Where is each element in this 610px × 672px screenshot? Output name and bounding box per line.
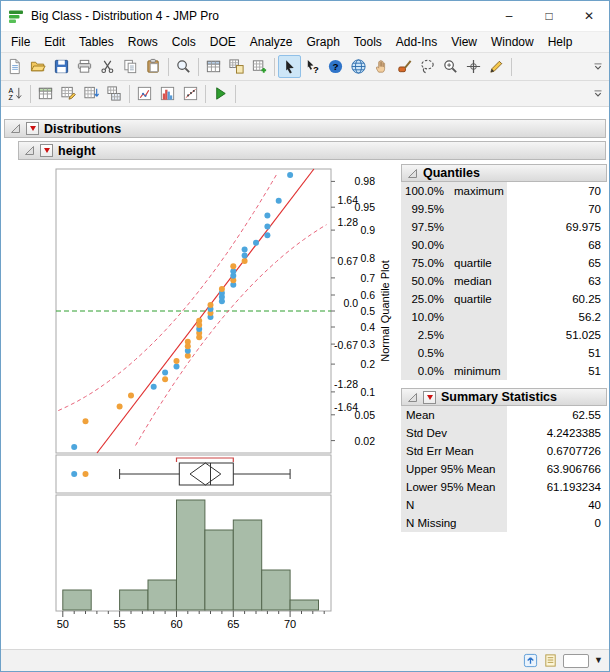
table-stack-button[interactable] [103,82,126,105]
menu-item-help[interactable]: Help [541,33,580,51]
histogram: 5055606570 [56,495,331,630]
globe-tool-button[interactable] [347,55,370,78]
sort-az-button[interactable]: AZ [4,82,27,105]
scroll-up-icon[interactable] [523,653,538,668]
data-table-button[interactable] [202,55,225,78]
menu-item-file[interactable]: File [4,33,37,51]
distribution-plot[interactable]: 0.980.950.90.80.70.60.50.40.30.20.10.050… [19,163,399,631]
cut-button[interactable] [96,55,119,78]
crosshair-tool-button[interactable] [462,55,485,78]
red-triangle-menu-button[interactable] [26,122,39,135]
quantile-value: 60.25 [507,290,607,308]
red-triangle-icon [30,126,36,131]
arrow-tool-button[interactable] [278,55,301,78]
copy-button[interactable] [119,55,142,78]
quantile-percent-label: 50.0% [401,272,447,290]
toolbar-separator [274,58,275,76]
new-journal-button[interactable] [4,55,27,78]
quantiles-row: 50.0%median63 [401,272,607,290]
svg-text:-0.67: -0.67 [334,339,358,351]
quantile-percent-label: 10.0% [401,308,447,326]
svg-text:0.02: 0.02 [355,435,376,447]
brush-tool-button[interactable] [393,55,416,78]
quantiles-row: 90.0%68 [401,236,607,254]
quantile-type-label: maximum [447,182,507,200]
minimize-button[interactable]: – [489,1,529,31]
title-bar: Big Class - Distribution 4 - JMP Pro – □… [1,1,609,31]
red-triangle-icon [44,148,50,153]
add-table-button[interactable] [248,55,271,78]
graph-builder-button[interactable] [133,82,156,105]
disclosure-open-icon[interactable] [407,392,418,403]
quantiles-row: 0.0%minimum51 [401,362,607,380]
menu-item-cols[interactable]: Cols [165,33,203,51]
disclosure-open-icon[interactable] [407,168,418,179]
menu-item-window[interactable]: Window [484,33,541,51]
save-file-button[interactable] [50,55,73,78]
run-script-button[interactable] [209,82,232,105]
disclosure-open-icon[interactable] [10,123,21,134]
statistic-label: N [401,496,507,514]
toolbar-main: ?? [1,53,609,81]
quantile-value: 51 [507,362,607,380]
paste-table-button[interactable] [225,55,248,78]
table-sort-button[interactable] [80,82,103,105]
zoom-region-button[interactable] [172,55,195,78]
new-data-table-button[interactable] [34,82,57,105]
lasso-tool-button[interactable] [416,55,439,78]
toolbar-options-button[interactable] [590,85,606,103]
question-tool-button[interactable]: ? [324,55,347,78]
window-list-box[interactable] [563,654,589,668]
print-button[interactable] [73,55,96,78]
statistic-value: 4.2423385 [507,424,607,442]
quantiles-row: 2.5%51.025 [401,326,607,344]
jmp-window: Big Class - Distribution 4 - JMP Pro – □… [0,0,610,672]
annotate-tool-button[interactable] [485,55,508,78]
quantiles-row: 100.0%maximum70 [401,182,607,200]
quantiles-row: 97.5%69.975 [401,218,607,236]
close-button[interactable]: ✕ [569,1,609,31]
statistic-value: 62.55 [507,406,607,424]
report-area: Distributions height 0.980.950.90.80.70.… [1,107,609,160]
svg-text:0.6: 0.6 [360,289,375,301]
quantile-type-label [447,236,507,254]
fit-icon-button[interactable] [179,82,202,105]
quantiles-row: 0.5%51 [401,344,607,362]
red-triangle-menu-button[interactable] [423,391,436,404]
quantile-value: 69.975 [507,218,607,236]
svg-text:-1.28: -1.28 [334,378,358,390]
grabber-tool-button[interactable] [370,55,393,78]
help-tool-button[interactable]: ? [301,55,324,78]
menu-bar: FileEditTablesRowsColsDOEAnalyzeGraphToo… [1,31,609,53]
status-menu-arrow-icon[interactable]: ▼ [594,656,603,665]
menu-item-tables[interactable]: Tables [72,33,121,51]
journal-status-icon[interactable] [543,653,558,668]
svg-text:65: 65 [227,618,239,630]
quantiles-title: Quantiles [423,166,480,180]
normal-quantile-plot: 0.980.950.90.80.70.60.50.40.30.20.10.050… [56,169,391,453]
menu-item-doe[interactable]: DOE [203,33,243,51]
menu-item-view[interactable]: View [444,33,484,51]
menu-item-rows[interactable]: Rows [121,33,165,51]
window-controls: – □ ✕ [489,1,609,31]
menu-item-graph[interactable]: Graph [299,33,346,51]
svg-text:-1.64: -1.64 [334,401,358,413]
quantiles-header: Quantiles [401,164,607,182]
red-triangle-menu-button[interactable] [40,144,53,157]
quantile-percent-label: 97.5% [401,218,447,236]
distribution-icon-button[interactable] [156,82,179,105]
disclosure-open-icon[interactable] [24,145,35,156]
menu-item-addins[interactable]: Add-Ins [389,33,444,51]
magnifier-tool-button[interactable] [439,55,462,78]
paste-button[interactable] [142,55,165,78]
height-header: height [18,141,606,160]
maximize-button[interactable]: □ [529,1,569,31]
quantile-value: 68 [507,236,607,254]
open-file-button[interactable] [27,55,50,78]
menu-item-tools[interactable]: Tools [347,33,389,51]
toolbar-options-button[interactable] [590,58,606,76]
menu-item-edit[interactable]: Edit [37,33,72,51]
table-pencil-button[interactable] [57,82,80,105]
summary-statistics-row: Std Dev4.2423385 [401,424,607,442]
menu-item-analyze[interactable]: Analyze [243,33,300,51]
